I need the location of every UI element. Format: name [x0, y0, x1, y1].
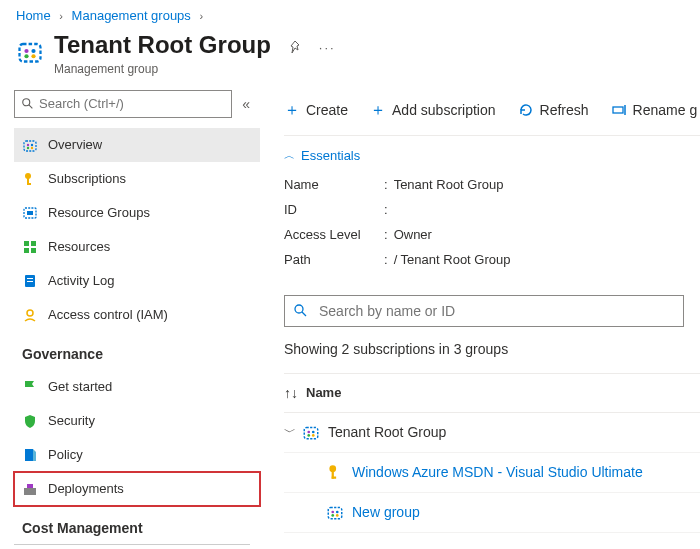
refresh-button[interactable]: Refresh — [518, 102, 589, 118]
nav-get-started[interactable]: Get started — [14, 370, 260, 404]
rename-icon — [611, 102, 627, 118]
tree-row-root[interactable]: ﹀ Tenant Root Group — [284, 413, 700, 453]
search-icon — [293, 303, 309, 319]
table-header[interactable]: ↑↓ Name — [284, 373, 700, 413]
ess-label: Path — [284, 252, 384, 267]
page-subtitle: Management group — [54, 62, 271, 76]
ess-label: ID — [284, 202, 384, 217]
sidebar-search-input[interactable] — [39, 96, 225, 111]
management-group-icon — [326, 503, 344, 521]
search-icon — [21, 97, 35, 111]
management-group-icon — [302, 423, 320, 441]
breadcrumb-home[interactable]: Home — [16, 8, 51, 23]
management-group-icon — [22, 137, 38, 153]
row-name[interactable]: Windows Azure MSDN - Visual Studio Ultim… — [352, 464, 643, 480]
breadcrumb-mg[interactable]: Management groups — [72, 8, 191, 23]
nav-label: Resources — [48, 239, 110, 254]
page-title: Tenant Root Group — [54, 31, 271, 60]
nav-label: Access control (IAM) — [48, 307, 168, 322]
nav-label: Subscriptions — [48, 171, 126, 186]
toolbar-label: Refresh — [540, 102, 589, 118]
essentials-row-name: Name: Tenant Root Group — [284, 177, 700, 192]
chevron-right-icon: › — [54, 10, 68, 22]
essentials-row-id: ID: — [284, 202, 700, 217]
resource-group-icon — [22, 205, 38, 221]
essentials-row-path: Path: / Tenant Root Group — [284, 252, 700, 267]
chevron-up-icon: ︿ — [284, 148, 295, 163]
main-content: ＋ Create ＋ Add subscription Refresh Rena… — [260, 90, 700, 549]
add-subscription-button[interactable]: ＋ Add subscription — [370, 100, 496, 121]
toolbar-label: Add subscription — [392, 102, 496, 118]
shield-icon — [22, 413, 38, 429]
activity-log-icon — [22, 273, 38, 289]
nav-security[interactable]: Security — [14, 404, 260, 438]
essentials-header-label: Essentials — [301, 148, 360, 163]
breadcrumb: Home › Management groups › — [0, 0, 700, 25]
flag-icon — [22, 379, 38, 395]
essentials-row-access: Access Level: Owner — [284, 227, 700, 242]
showing-text: Showing 2 subscriptions in 3 groups — [284, 341, 700, 357]
toolbar-label: Create — [306, 102, 348, 118]
nav-label: Deployments — [48, 481, 124, 496]
nav-subscriptions[interactable]: Subscriptions — [14, 162, 260, 196]
collapse-sidebar-icon[interactable]: « — [232, 96, 260, 112]
section-cost-management: Cost Management — [14, 506, 250, 545]
ess-value: Tenant Root Group — [394, 177, 504, 192]
subscription-search-input[interactable] — [319, 303, 675, 319]
tree-row-group[interactable]: New group — [284, 493, 700, 533]
nav-label: Overview — [48, 137, 102, 152]
management-group-icon — [16, 37, 44, 65]
policy-icon — [22, 447, 38, 463]
ess-value: / Tenant Root Group — [394, 252, 511, 267]
nav-resource-groups[interactable]: Resource Groups — [14, 196, 260, 230]
create-button[interactable]: ＋ Create — [284, 100, 348, 121]
column-name: Name — [306, 385, 341, 400]
plus-icon: ＋ — [370, 100, 386, 121]
row-name[interactable]: New group — [352, 504, 420, 520]
nav-label: Activity Log — [48, 273, 114, 288]
key-icon — [326, 463, 344, 481]
chevron-right-icon: › — [194, 10, 208, 22]
rename-button[interactable]: Rename g — [611, 102, 698, 118]
nav-overview[interactable]: Overview — [14, 128, 260, 162]
row-name: Tenant Root Group — [328, 424, 446, 440]
toolbar: ＋ Create ＋ Add subscription Refresh Rena… — [284, 100, 700, 136]
resources-icon — [22, 239, 38, 255]
sidebar-search[interactable] — [14, 90, 232, 118]
page-header: Tenant Root Group Management group ··· — [0, 25, 700, 90]
nav-resources[interactable]: Resources — [14, 230, 260, 264]
nav-policy[interactable]: Policy — [14, 438, 260, 472]
subscription-search[interactable] — [284, 295, 684, 327]
plus-icon: ＋ — [284, 100, 300, 121]
tree-row-subscription[interactable]: Windows Azure MSDN - Visual Studio Ultim… — [284, 453, 700, 493]
iam-icon — [22, 307, 38, 323]
pin-icon[interactable] — [287, 39, 303, 55]
nav-label: Policy — [48, 447, 83, 462]
key-icon — [22, 171, 38, 187]
more-icon[interactable]: ··· — [319, 40, 336, 55]
ess-label: Name — [284, 177, 384, 192]
nav-label: Security — [48, 413, 95, 428]
section-governance: Governance — [14, 332, 260, 370]
nav-label: Get started — [48, 379, 112, 394]
deployments-icon — [22, 481, 38, 497]
sort-icon: ↑↓ — [284, 385, 298, 401]
nav-deployments[interactable]: Deployments — [14, 472, 260, 506]
essentials-toggle[interactable]: ︿ Essentials — [284, 148, 700, 163]
nav-label: Resource Groups — [48, 205, 150, 220]
essentials-panel: ︿ Essentials Name: Tenant Root Group ID:… — [284, 136, 700, 285]
nav-activity-log[interactable]: Activity Log — [14, 264, 260, 298]
refresh-icon — [518, 102, 534, 118]
sidebar: « Overview Subscriptions Resource Groups… — [0, 90, 260, 549]
ess-value: Owner — [394, 227, 432, 242]
ess-label: Access Level — [284, 227, 384, 242]
chevron-down-icon[interactable]: ﹀ — [284, 424, 302, 441]
toolbar-label: Rename g — [633, 102, 698, 118]
nav-access-control[interactable]: Access control (IAM) — [14, 298, 260, 332]
